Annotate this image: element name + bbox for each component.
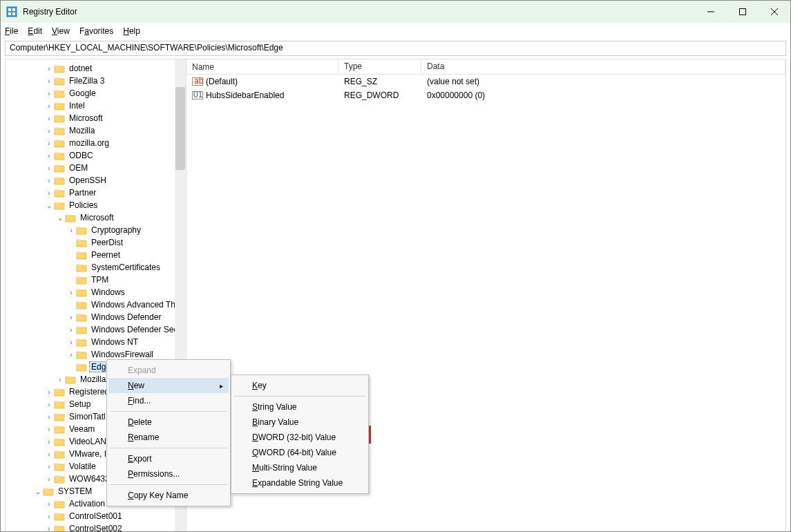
chevron-icon[interactable] [44,426,54,433]
menu-file[interactable]: File [5,26,18,36]
menu-favorites[interactable]: Favorites [79,26,113,36]
chevron-icon[interactable] [44,140,54,147]
tree-item[interactable]: FileZilla 3 [6,75,186,87]
tree-item[interactable]: OEM [6,162,186,174]
ctx-new-expandable[interactable]: Expandable String Value [233,475,367,491]
tree-item[interactable]: Windows Advanced Th [6,298,186,311]
chevron-icon[interactable] [44,413,54,421]
chevron-icon[interactable] [66,289,76,296]
ctx-new[interactable]: New ▸ [108,378,229,393]
tree-item[interactable]: dotnet [6,62,186,75]
col-data[interactable]: Data [421,59,785,74]
tree-item[interactable]: Windows Defender [6,311,186,323]
tree-label: VideoLAN [68,437,108,446]
chevron-icon[interactable] [44,77,54,85]
tree-item[interactable]: OpenSSH [6,174,186,187]
chevron-icon[interactable] [66,339,76,346]
tree-item[interactable]: Windows NT [6,336,186,348]
ctx-new-multistring[interactable]: Multi-String Value [233,460,367,475]
value-row[interactable]: 011HubsSidebarEnabledREG_DWORD0x00000000… [187,88,785,102]
chevron-icon[interactable] [44,90,54,97]
scrollbar-thumb[interactable] [175,87,185,170]
chevron-icon[interactable] [44,164,54,172]
chevron-icon[interactable] [44,115,54,122]
maximize-button[interactable] [727,1,759,23]
ctx-new-qword[interactable]: QWORD (64-bit) Value [233,445,367,460]
tree-label: PeerDist [90,238,124,247]
ctx-new-key[interactable]: Key [233,378,367,393]
ctx-export[interactable]: Export [108,451,229,466]
tree-label: TPM [90,275,110,285]
tree-item[interactable]: Microsoft [6,112,186,124]
tree-item[interactable]: SystemCertificates [6,261,186,274]
tree-item[interactable]: Cryptography [6,224,186,236]
tree-item[interactable]: Peernet [6,249,186,261]
ctx-rename[interactable]: Rename [108,430,229,445]
chevron-icon[interactable] [44,102,54,110]
ctx-expand[interactable]: Expand [108,363,229,378]
chevron-icon[interactable] [44,189,54,197]
menu-help[interactable]: Help [123,26,140,36]
tree-item[interactable]: Partner [6,187,186,199]
close-button[interactable] [759,1,790,23]
chevron-icon[interactable] [66,351,76,359]
ctx-new-dword[interactable]: DWORD (32-bit) Value [233,430,367,445]
tree-label: Windows NT [90,337,140,347]
tree-item[interactable]: Intel [6,99,186,112]
chevron-icon[interactable] [44,152,54,160]
value-row[interactable]: ab(Default)REG_SZ(value not set) [187,75,785,88]
chevron-icon[interactable] [44,438,54,446]
chevron-icon[interactable] [44,463,54,471]
chevron-icon[interactable] [44,500,54,508]
ctx-find[interactable]: Find... [108,393,229,408]
chevron-icon[interactable] [44,401,54,408]
svg-rect-3 [8,12,11,15]
chevron-icon[interactable] [33,488,43,495]
ctx-new-binary[interactable]: Binary Value [233,415,367,430]
chevron-icon[interactable] [44,65,54,73]
tree-item[interactable]: Policies [6,199,186,211]
tree-item[interactable]: Windows [6,286,186,298]
chevron-icon[interactable] [44,202,54,209]
chevron-icon[interactable] [66,326,76,334]
tree-item[interactable]: Mozilla [6,124,186,137]
chevron-icon[interactable] [44,127,54,135]
tree-item[interactable]: mozilla.org [6,137,186,149]
submenu-arrow-icon: ▸ [220,382,223,390]
chevron-icon[interactable] [44,475,54,483]
minimize-button[interactable] [695,1,727,23]
ctx-new-string[interactable]: String Value [233,399,367,415]
chevron-icon[interactable] [55,214,65,222]
chevron-icon[interactable] [44,388,54,396]
col-name[interactable]: Name [187,59,339,74]
menu-edit[interactable]: Edit [28,26,42,36]
tree-item[interactable]: TPM [6,274,186,286]
tree-item[interactable]: ControlSet001 [6,510,186,522]
menu-view[interactable]: View [52,26,70,36]
ctx-copy-key-name[interactable]: Copy Key Name [108,488,229,503]
chevron-icon[interactable] [44,450,54,458]
tree-label: SimonTatl [68,412,107,421]
ctx-delete[interactable]: Delete [108,415,229,430]
tree-item[interactable]: Microsoft [6,211,186,224]
tree-item[interactable]: ControlSet002 [6,522,186,532]
tree-item[interactable]: Google [6,87,186,99]
chevron-icon[interactable] [44,177,54,184]
ctx-permissions[interactable]: Permissions... [108,466,229,482]
tree-item[interactable]: PeerDist [6,236,186,249]
col-type[interactable]: Type [339,59,421,74]
chevron-icon[interactable] [44,513,54,520]
tree-item[interactable]: Windows Defender Sec [6,323,186,336]
context-menu-key: Expand New ▸ Find... Delete Rename Expor… [106,359,231,506]
tree-label: mozilla.org [68,138,111,148]
chevron-icon[interactable] [55,376,65,383]
svg-text:011: 011 [193,90,203,99]
address-bar[interactable]: Computer\HKEY_LOCAL_MACHINE\SOFTWARE\Pol… [5,41,786,56]
chevron-icon[interactable] [44,525,54,533]
tree-label: SYSTEM [57,486,93,496]
tree-label: ODBC [68,151,95,160]
chevron-icon[interactable] [66,314,76,321]
list-body: ab(Default)REG_SZ(value not set)011HubsS… [187,75,785,102]
chevron-icon[interactable] [66,227,76,234]
tree-item[interactable]: ODBC [6,149,186,162]
